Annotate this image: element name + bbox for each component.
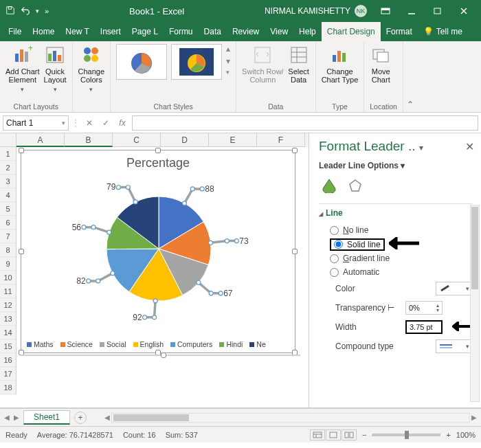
row-13[interactable]: 13 xyxy=(0,312,16,326)
style-more-icon[interactable]: ▾ xyxy=(226,69,230,76)
col-B[interactable]: B xyxy=(65,133,113,147)
quick-layout-button[interactable]: Quick Layout▾ xyxy=(44,44,67,93)
select-data-button[interactable]: Select Data xyxy=(288,44,310,84)
solid-line-option[interactable]: Solid line xyxy=(330,238,385,251)
change-colors-button[interactable]: Change Colors▾ xyxy=(78,44,105,93)
undo-button[interactable] xyxy=(21,5,30,17)
row-5[interactable]: 5 xyxy=(0,202,16,216)
tab-page-layout[interactable]: Page L xyxy=(126,22,164,41)
color-picker[interactable]: ▾ xyxy=(436,282,473,295)
ribbon-options-button[interactable] xyxy=(374,3,397,19)
sheet-tab-sheet1[interactable]: Sheet1 xyxy=(23,410,70,425)
transparency-input[interactable]: 0%▴▾ xyxy=(405,301,443,315)
tab-help[interactable]: Help xyxy=(293,22,322,41)
name-box[interactable]: Chart 1 ▾ xyxy=(3,115,69,131)
zoom-slider[interactable] xyxy=(372,434,440,436)
col-C[interactable]: C xyxy=(113,133,161,147)
tab-insert[interactable]: Insert xyxy=(95,22,126,41)
row-11[interactable]: 11 xyxy=(0,284,16,298)
fill-line-tab[interactable] xyxy=(319,176,339,195)
tab-nav-next[interactable]: ▶ xyxy=(14,414,19,421)
line-section-head[interactable]: Line xyxy=(319,208,473,218)
row-14[interactable]: 14 xyxy=(0,326,16,339)
redo-dropdown-icon[interactable]: ▾ xyxy=(36,8,39,14)
user-name[interactable]: NIRMAL KAMISHETTY xyxy=(265,6,350,16)
maximize-button[interactable] xyxy=(426,3,449,19)
row-7[interactable]: 7 xyxy=(0,229,16,243)
legend-item[interactable]: English xyxy=(133,340,164,348)
chart-legend[interactable]: MathsScienceSocialEnglishComputersHindiN… xyxy=(27,340,289,348)
worksheet[interactable]: A B C D E F 123456789101112131415161718 … xyxy=(0,133,309,407)
automatic-option[interactable]: Automatic xyxy=(319,265,473,279)
fx-button[interactable]: fx xyxy=(115,115,129,131)
tab-chart-design[interactable]: Chart Design xyxy=(322,22,381,41)
col-E[interactable]: E xyxy=(209,133,257,147)
row-8[interactable]: 8 xyxy=(0,243,16,257)
minimize-button[interactable] xyxy=(400,3,423,19)
legend-item[interactable]: Social xyxy=(100,340,126,348)
pane-dropdown-icon[interactable]: ▾ xyxy=(419,143,423,153)
hscroll-track[interactable] xyxy=(111,413,470,423)
chart-style-2[interactable] xyxy=(171,44,222,80)
switch-row-column-button[interactable]: Switch Row/ Column xyxy=(242,44,284,84)
legend-item[interactable]: Maths xyxy=(27,340,54,348)
autosave-icon[interactable] xyxy=(5,5,15,17)
legend-item[interactable]: Ne xyxy=(249,340,265,348)
row-2[interactable]: 2 xyxy=(0,161,16,175)
gradient-line-option[interactable]: Gradient lineGradient line xyxy=(319,251,473,265)
move-chart-button[interactable]: Move Chart xyxy=(370,44,392,84)
tab-formulas[interactable]: Formu xyxy=(164,22,199,41)
pane-close-button[interactable]: ✕ xyxy=(465,140,474,153)
chart-title[interactable]: Percentage xyxy=(21,150,295,173)
collapse-ribbon-button[interactable]: ⌃ xyxy=(403,41,417,112)
chart-style-1[interactable] xyxy=(116,44,167,80)
chevron-down-icon[interactable]: ▾ xyxy=(62,120,65,126)
tab-data[interactable]: Data xyxy=(199,22,227,41)
style-up-icon[interactable]: ▴ xyxy=(226,44,230,54)
row-10[interactable]: 10 xyxy=(0,271,16,284)
tab-new[interactable]: New T xyxy=(60,22,94,41)
formula-input[interactable] xyxy=(132,115,478,131)
row-18[interactable]: 18 xyxy=(0,381,16,394)
no-line-option[interactable]: NNo lineo line xyxy=(319,223,473,237)
col-F[interactable]: F xyxy=(257,133,305,147)
legend-item[interactable]: Hindi xyxy=(219,340,243,348)
tab-format[interactable]: Format xyxy=(381,22,418,41)
change-chart-type-button[interactable]: Change Chart Type xyxy=(322,44,359,84)
tab-view[interactable]: View xyxy=(265,22,293,41)
style-down-icon[interactable]: ▾ xyxy=(226,56,230,66)
legend-item[interactable]: Computers xyxy=(170,340,212,348)
row-15[interactable]: 15 xyxy=(0,339,16,353)
row-3[interactable]: 3 xyxy=(0,175,16,188)
row-9[interactable]: 9 xyxy=(0,257,16,271)
row-16[interactable]: 16 xyxy=(0,353,16,367)
select-all-corner[interactable] xyxy=(0,133,16,147)
row-12[interactable]: 12 xyxy=(0,298,16,312)
tell-me[interactable]: 💡 Tell me xyxy=(418,22,468,41)
compound-type-picker[interactable]: ▾ xyxy=(436,339,473,353)
zoom-in-button[interactable]: + xyxy=(446,431,450,439)
enter-formula-button[interactable]: ✓ xyxy=(99,115,113,131)
tab-nav-prev[interactable]: ◀ xyxy=(4,414,10,421)
width-input[interactable]: 3.75 pt xyxy=(405,320,443,334)
view-normal-button[interactable] xyxy=(310,429,325,440)
view-page-layout-button[interactable] xyxy=(326,429,341,440)
user-avatar[interactable]: NK xyxy=(355,5,367,17)
pane-scrollbar[interactable] xyxy=(470,205,480,402)
cancel-formula-button[interactable]: ✕ xyxy=(82,115,96,131)
row-6[interactable]: 6 xyxy=(0,216,16,229)
col-D[interactable]: D xyxy=(161,133,209,147)
col-A[interactable]: A xyxy=(16,133,65,147)
effects-tab[interactable] xyxy=(345,176,366,195)
split-bar[interactable] xyxy=(21,355,300,356)
tab-home[interactable]: Home xyxy=(27,22,60,41)
row-1[interactable]: 1 xyxy=(0,147,16,161)
close-button[interactable] xyxy=(452,3,476,19)
new-sheet-button[interactable]: + xyxy=(74,412,87,424)
subhead-dropdown-icon[interactable]: ▾ xyxy=(401,161,405,170)
zoom-level[interactable]: 100% xyxy=(456,431,476,439)
pie-chart-object[interactable]: Percentage 88736792825679 MathsScienceSo… xyxy=(21,150,295,353)
tab-file[interactable]: File xyxy=(3,22,27,41)
tab-review[interactable]: Review xyxy=(227,22,265,41)
hscroll-right[interactable]: ▶ xyxy=(471,414,477,421)
